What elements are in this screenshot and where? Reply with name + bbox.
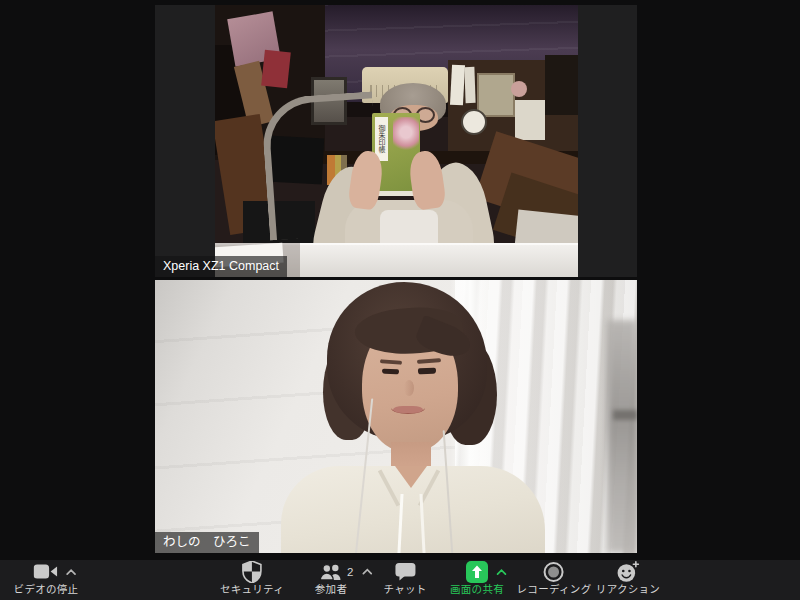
red-box-shape xyxy=(261,50,291,89)
record-icon xyxy=(543,561,565,583)
record-button[interactable]: レコーディング xyxy=(517,560,592,600)
video-tile-xperia[interactable]: 御朱印帳 Xperia XZ1 Compact xyxy=(155,5,637,277)
video-camera-icon xyxy=(34,564,58,579)
chevron-up-icon[interactable] xyxy=(361,568,372,575)
window-frame-shape xyxy=(613,410,637,420)
stop-video-label: ビデオの停止 xyxy=(14,583,79,595)
participant-name-label: Xperia XZ1 Compact xyxy=(155,256,287,277)
reactions-button[interactable]: リアクション xyxy=(596,560,660,600)
participant-name-label: わしの ひろこ xyxy=(155,532,259,553)
ornament-shape xyxy=(511,81,527,97)
share-screen-label: 画面の共有 xyxy=(450,583,504,595)
participants-button[interactable]: 2 参加者 xyxy=(315,560,347,600)
stop-video-button[interactable]: ビデオの停止 xyxy=(14,560,79,600)
security-label: セキュリティ xyxy=(220,583,284,595)
zoom-meeting-window: 御朱印帳 Xperia XZ1 Compact xyxy=(0,0,800,600)
nose-shape xyxy=(404,380,414,396)
security-button[interactable]: セキュリティ xyxy=(220,560,284,600)
photo-frame-shape xyxy=(477,73,515,117)
participants-icon xyxy=(318,563,344,581)
shield-icon xyxy=(242,561,262,583)
video-tile-hiroko[interactable]: わしの ひろこ xyxy=(155,280,637,553)
paper-slip-shape xyxy=(464,67,475,103)
participant-name-text: わしの ひろこ xyxy=(163,535,251,549)
reactions-label: リアクション xyxy=(596,583,660,595)
chat-label: チャット xyxy=(383,583,426,595)
chat-icon xyxy=(394,562,416,581)
participant-name-text: Xperia XZ1 Compact xyxy=(163,259,279,273)
share-screen-icon xyxy=(466,561,488,583)
clock-shape xyxy=(461,109,487,135)
eye-shape xyxy=(382,369,399,375)
chat-button[interactable]: チャット xyxy=(383,560,426,600)
record-label: レコーディング xyxy=(517,583,592,595)
participant-count-badge: 2 xyxy=(347,566,353,578)
participants-label: 参加者 xyxy=(315,583,347,595)
white-box-shape xyxy=(515,100,545,140)
meeting-toolbar: ビデオの停止 セキュリティ xyxy=(0,560,800,600)
eye-shape xyxy=(418,368,436,375)
lips-shape xyxy=(393,406,423,413)
chevron-up-icon[interactable] xyxy=(496,568,507,575)
self-video-scene xyxy=(155,280,637,553)
paper-slip-shape xyxy=(450,65,465,106)
book-flower-art xyxy=(393,117,419,151)
chevron-up-icon[interactable] xyxy=(66,568,77,575)
reactions-smiley-icon xyxy=(616,561,640,583)
window-silhouette-shape xyxy=(607,320,637,553)
share-screen-button[interactable]: 画面の共有 xyxy=(450,560,504,600)
remote-video-scene: 御朱印帳 xyxy=(215,5,578,277)
dark-items-shape xyxy=(545,55,578,115)
